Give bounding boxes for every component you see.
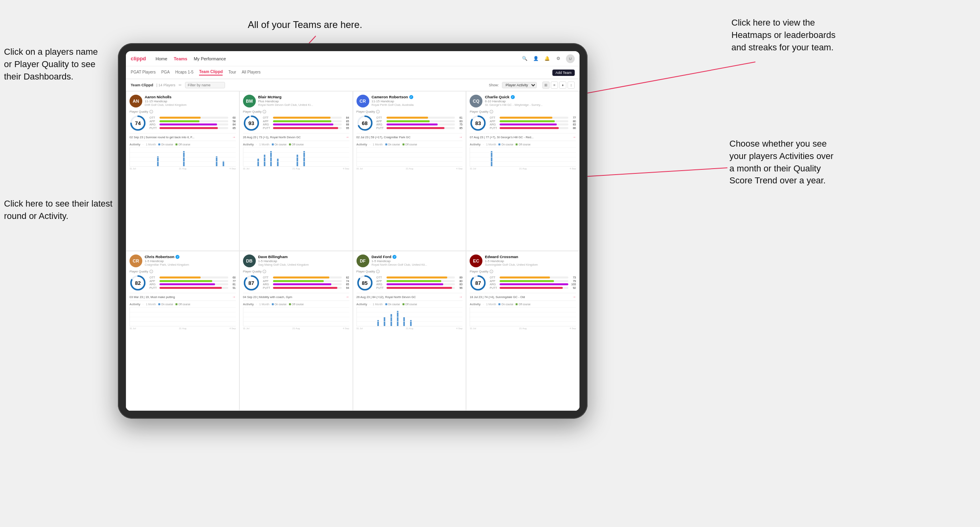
nav-icons-group: 🔍 👤 🔔 ⚙ U (521, 54, 575, 63)
player-card[interactable]: DF David Ford ✓ 1-5 Handicap Royal North… (353, 251, 466, 411)
player-card[interactable]: DB Dave Billingham 1-5 Handicap Sag Main… (239, 251, 353, 411)
nav-performance[interactable]: My Performance (194, 56, 226, 61)
heatmap-view-button[interactable]: ♦ (559, 82, 566, 89)
player-name[interactable]: Chris Robertson ✓ (145, 255, 236, 259)
player-handicap: 11-15 Handicap (145, 99, 236, 103)
player-club: St. George's Hill GC - Weybridge - Surre… (485, 103, 576, 107)
tab-team-clippd[interactable]: Team Clippd (199, 70, 223, 76)
player-name[interactable]: David Ford ✓ (372, 255, 463, 259)
player-card[interactable]: CR Chris Robertson ✓ 1-5 Handicap Craigm… (126, 251, 239, 411)
quality-info-icon[interactable]: i (490, 270, 493, 273)
verified-badge: ✓ (175, 255, 179, 259)
annotation-activities: Choose whether you seeyour players Activ… (729, 138, 833, 187)
player-card[interactable]: BM Blair McHarg Plus Handicap Royal Nort… (239, 91, 353, 251)
stat-row-ott: OTT 89 (376, 276, 463, 279)
stat-row-app: APP 80 (376, 280, 463, 282)
verified-badge: ✓ (392, 255, 396, 259)
quality-info-icon[interactable]: i (376, 270, 380, 273)
player-name[interactable]: Edward Crossman (485, 255, 576, 259)
player-card-header: DB Dave Billingham 1-5 Handicap Sag Main… (243, 255, 349, 267)
add-team-button[interactable]: Add Team (552, 70, 575, 76)
stat-row-ott: OTT 60 (149, 276, 236, 279)
avatar-icon[interactable]: U (566, 54, 575, 63)
stat-row-putt: PUTT 96 (376, 286, 463, 289)
quality-circle[interactable]: 74 (129, 115, 146, 131)
quality-circle[interactable]: 83 (470, 115, 486, 131)
ipad-screen: clippd Home Teams My Performance 🔍 👤 🔔 ⚙… (126, 51, 580, 411)
view-icons: ⊞ ≡ ♦ ↕ (542, 82, 575, 89)
player-name[interactable]: Blair McHarg (258, 95, 349, 99)
player-card-header: CQ Charlie Quick ✓ 6-10 Handicap St. Geo… (470, 95, 576, 107)
tab-pgat[interactable]: PGAT Players (131, 70, 155, 75)
grid-view-button[interactable]: ⊞ (542, 82, 550, 89)
quality-circle[interactable]: 82 (129, 274, 146, 291)
last-activity[interactable]: 02 Jul 23 | 59 (+17), Craigmillar Park G… (357, 133, 463, 141)
stat-row-putt: PUTT 85 (376, 127, 463, 129)
stat-row-app: APP 80 (490, 120, 576, 123)
activity-chart (129, 147, 236, 167)
player-name[interactable]: Charlie Quick ✓ (485, 95, 576, 99)
show-select[interactable]: Player Activity (502, 82, 537, 88)
activity-arrow-icon[interactable]: → (232, 135, 236, 139)
tab-hcaps[interactable]: Hcaps 1-5 (175, 70, 194, 75)
quality-circle[interactable]: 93 (243, 115, 260, 131)
last-activity[interactable]: 02 Sep 23 | Sunrose round to get back in… (129, 133, 236, 141)
nav-home[interactable]: Home (155, 56, 167, 61)
tab-all-players[interactable]: All Players (242, 70, 261, 75)
stat-row-ott: OTT 77 (490, 116, 576, 119)
activity-chart (129, 307, 236, 326)
activity-arrow-icon[interactable]: → (232, 295, 236, 299)
activity-arrow-icon[interactable]: → (459, 135, 462, 139)
quality-info-icon[interactable]: i (263, 110, 266, 113)
activity-arrow-icon[interactable]: → (572, 135, 576, 139)
quality-circle[interactable]: 87 (243, 274, 260, 291)
last-activity[interactable]: 03 Mar 23 | 19, Must make putting → (129, 293, 236, 301)
last-activity[interactable]: 26 Aug 23 | 84 (+12), Royal North Devon … (357, 293, 463, 301)
list-view-button[interactable]: ≡ (551, 82, 558, 89)
tab-tour[interactable]: Tour (228, 70, 236, 75)
edit-team-icon[interactable]: ✏ (179, 83, 182, 87)
user-icon[interactable]: 👤 (532, 55, 540, 62)
quality-info-icon[interactable]: i (376, 110, 380, 113)
quality-circle[interactable]: 68 (357, 115, 373, 131)
player-handicap: 1-5 Handicap (372, 259, 463, 263)
quality-section: Player Quality i 85 OTT 89 APP (357, 270, 463, 291)
player-name[interactable]: Aaron Nicholls (145, 95, 236, 99)
quality-circle[interactable]: 87 (470, 274, 486, 291)
activity-section: Activity · 1 Month On course Off course (129, 143, 236, 170)
last-activity[interactable]: 04 Sep 23 | Mobility with coach, Gym → (243, 293, 349, 301)
player-card[interactable]: AN Aaron Nicholls 11-15 Handicap Drift G… (126, 91, 239, 251)
sort-button[interactable]: ↕ (568, 82, 575, 89)
player-card[interactable]: EC Edward Crossman 1-5 Handicap Sunningd… (466, 251, 580, 411)
stat-row-app: APP 63 (376, 120, 463, 123)
quality-info-icon[interactable]: i (490, 110, 493, 113)
settings-icon[interactable]: ⚙ (555, 55, 562, 62)
annotation-latest-round: Click here to see their latestround or A… (4, 198, 112, 223)
player-avatar: AN (129, 95, 142, 107)
bell-icon[interactable]: 🔔 (544, 55, 551, 62)
player-name[interactable]: Cameron Robertson ✓ (372, 95, 463, 99)
activity-arrow-icon[interactable]: → (346, 295, 349, 299)
activity-arrow-icon[interactable]: → (572, 295, 576, 299)
player-club: Sag Maing Golf Club, United Kingdom (258, 263, 349, 266)
player-card[interactable]: CR Cameron Robertson ✓ 11-15 Handicap Ro… (353, 91, 466, 251)
verified-badge: ✓ (409, 95, 413, 99)
last-activity[interactable]: 26 Aug 23 | 73 (+1), Royal North Devon G… (243, 133, 349, 141)
stat-row-arg: ARG 85 (263, 283, 349, 286)
team-header-bar: Team Clippd | 14 Players ✏ Show: Player … (126, 79, 580, 91)
last-activity[interactable]: 07 Aug 23 | 77 (+7), St George's Hill GC… (470, 133, 576, 141)
filter-input[interactable] (185, 82, 225, 88)
player-card-header: CR Cameron Robertson ✓ 11-15 Handicap Ro… (357, 95, 463, 107)
activity-arrow-icon[interactable]: → (346, 135, 349, 139)
player-name[interactable]: Dave Billingham (258, 255, 349, 259)
quality-circle[interactable]: 85 (357, 274, 373, 291)
last-activity[interactable]: 18 Jul 23 | 74 (+4), Sunningdale GC - Ol… (470, 293, 576, 301)
quality-info-icon[interactable]: i (149, 270, 153, 273)
search-icon[interactable]: 🔍 (521, 55, 528, 62)
quality-info-icon[interactable]: i (149, 110, 153, 113)
activity-arrow-icon[interactable]: → (459, 295, 462, 299)
quality-info-icon[interactable]: i (263, 270, 266, 273)
player-card[interactable]: CQ Charlie Quick ✓ 6-10 Handicap St. Geo… (466, 91, 580, 251)
tab-pga[interactable]: PGA (161, 70, 169, 75)
nav-teams[interactable]: Teams (174, 56, 187, 61)
